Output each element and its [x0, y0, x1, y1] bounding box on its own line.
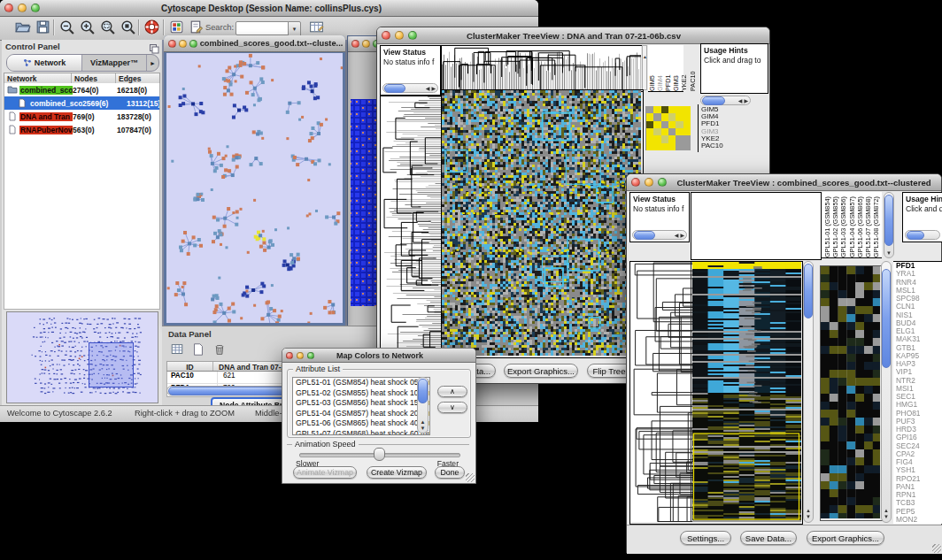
- zoom-selected-button[interactable]: [99, 19, 116, 35]
- treeview2-gene-labels[interactable]: PFD1YRA1RNR4MSL1SPC98CLN1NIS1BUD4ELG1MAK…: [893, 261, 942, 524]
- open-session-button[interactable]: [14, 19, 31, 35]
- attribute-list-item[interactable]: GPL51-02 (GSM855) heat shock 10 min: [293, 388, 429, 399]
- resize-grip[interactable]: [932, 544, 941, 553]
- treeview1-column-labels[interactable]: GIM5GIM4PFD1GIM3YKE2PAC10: [648, 45, 683, 92]
- network-overview-panel[interactable]: [6, 311, 158, 403]
- attribute-list-scrollbar[interactable]: ▲ ▼: [417, 377, 429, 433]
- dialog-titlebar[interactable]: Map Colors to Network: [282, 349, 475, 363]
- zoom-fit-button[interactable]: [120, 19, 136, 35]
- close-icon[interactable]: [382, 31, 390, 40]
- scroll-down-icon[interactable]: ▼: [421, 426, 426, 431]
- scroll-left-icon[interactable]: ◀: [738, 98, 743, 104]
- view-status-scrollbar[interactable]: ◀ ▶: [382, 83, 438, 93]
- usage-hints-scrollbar[interactable]: [905, 230, 940, 240]
- network-window-1[interactable]: combined_scores_good.txt--cluste...: [164, 35, 345, 326]
- scroll-down-icon[interactable]: ▼: [806, 514, 811, 519]
- scroll-left-icon[interactable]: ◀: [675, 233, 679, 238]
- treeview2-column-labels[interactable]: GPL51-01 (GSM854)GPL51-02 (GSM855)GPL51-…: [822, 192, 882, 258]
- search-input[interactable]: [236, 21, 289, 35]
- scroll-right-icon[interactable]: ▶: [431, 86, 436, 91]
- zoom-window-icon[interactable]: [31, 4, 40, 12]
- network-row[interactable]: RNAPuberNov2+ 563(0) 107847(0): [4, 123, 159, 136]
- export-graphics-button[interactable]: Export Graphics...: [504, 364, 578, 378]
- network-view-canvas[interactable]: [166, 53, 343, 323]
- zoom-in-button[interactable]: [79, 19, 96, 35]
- attribute-listbox[interactable]: GPL51-01 (GSM854) heat shock 05 minGPL51…: [292, 377, 430, 435]
- scroll-left-icon[interactable]: ◀: [426, 86, 430, 91]
- close-icon[interactable]: [351, 40, 359, 48]
- close-icon[interactable]: [631, 178, 640, 187]
- scroll-down-icon[interactable]: ▼: [886, 250, 892, 256]
- scroll-up-icon[interactable]: ▲: [421, 419, 426, 425]
- treeview2-column-dendrogram[interactable]: [691, 192, 822, 260]
- help-lifering-icon[interactable]: [143, 19, 160, 35]
- minimize-icon[interactable]: [645, 178, 653, 187]
- column-labels-vscrollbar[interactable]: ▼: [884, 192, 894, 258]
- export-graphics-button[interactable]: Export Graphics...: [807, 531, 884, 545]
- dense-network-view-canvas[interactable]: [351, 99, 377, 306]
- done-button[interactable]: Done: [435, 466, 465, 479]
- network-row[interactable]: combined_scores 2764(0) 16218(0): [4, 83, 159, 96]
- attribute-list-item[interactable]: GPL51-06 (GSM865) heat shock 40 min: [293, 418, 429, 429]
- network-row[interactable]: DNA and Tran 07 769(0) 183728(0): [4, 110, 159, 123]
- annotation-toolbar-icon[interactable]: [188, 19, 205, 35]
- heatmap-vscrollbar[interactable]: ▲ ▼: [803, 261, 814, 523]
- network-row[interactable]: combined_sco 2569(6) 13112(15): [4, 96, 159, 110]
- save-data-button[interactable]: Save Data...: [740, 531, 797, 545]
- main-titlebar[interactable]: Cytoscape Desktop (Session Name: collins…: [0, 0, 538, 17]
- create-vizmap-button[interactable]: Create Vizmap: [367, 466, 427, 479]
- treeview1-column-dendrogram[interactable]: [441, 45, 644, 92]
- treeview2-heatmap[interactable]: [692, 261, 803, 525]
- attribute-list-item[interactable]: GPL51-04 (GSM857) heat shock 20 min: [293, 409, 429, 419]
- view-status-scrollbar[interactable]: ◀ ▶: [632, 230, 687, 240]
- close-icon[interactable]: [4, 4, 13, 12]
- zoom-heatmap-vscrollbar[interactable]: ▲ ▼: [881, 261, 892, 523]
- zoom-window-icon[interactable]: [189, 40, 197, 48]
- attribute-list-item[interactable]: GPL51-01 (GSM854) heat shock 05 min: [293, 378, 429, 388]
- table-grid-icon[interactable]: [170, 342, 184, 357]
- zoom-window-icon[interactable]: [307, 352, 314, 359]
- minimize-icon[interactable]: [362, 40, 370, 48]
- close-icon[interactable]: [286, 352, 293, 359]
- minimize-icon[interactable]: [18, 4, 27, 12]
- zoom-window-icon[interactable]: [658, 178, 667, 187]
- tab-network[interactable]: Network: [7, 55, 82, 71]
- speed-slider-thumb[interactable]: [374, 448, 385, 461]
- move-down-button[interactable]: ∨: [437, 402, 467, 413]
- scroll-right-icon[interactable]: ▶: [744, 98, 748, 104]
- minimize-icon[interactable]: [297, 352, 304, 359]
- move-up-button[interactable]: ∧: [437, 386, 467, 397]
- tab-overflow-arrow[interactable]: ►: [147, 55, 158, 71]
- animate-vizmap-button[interactable]: Animate Vizmap: [293, 466, 357, 479]
- close-icon[interactable]: [168, 40, 176, 48]
- vizmapper-toolbar-icon[interactable]: [168, 19, 185, 35]
- settings-button[interactable]: Settings...: [680, 531, 731, 545]
- attribute-list-item[interactable]: GPL51-07 (GSM868) heat shock 60 min: [293, 429, 429, 436]
- delete-attribute-trash-icon[interactable]: [212, 342, 227, 357]
- attribute-list-item[interactable]: GPL51-03 (GSM856) heat shock 15 min: [293, 398, 429, 409]
- treeview2-titlebar[interactable]: ClusterMaker TreeView : combined_scores_…: [627, 174, 941, 191]
- dendrogram-vscrollbar[interactable]: ▲: [642, 45, 647, 90]
- overview-canvas[interactable]: [7, 312, 158, 403]
- save-session-button[interactable]: [35, 19, 51, 35]
- zoom-out-button[interactable]: [58, 19, 75, 35]
- attribute-browser-toolbar-icon[interactable]: [308, 19, 325, 35]
- minimize-icon[interactable]: [179, 40, 187, 48]
- scroll-up-icon[interactable]: ▲: [884, 508, 889, 513]
- float-panel-icon[interactable]: [149, 42, 159, 52]
- treeview1-zoom-matrix[interactable]: [645, 106, 691, 150]
- treeview2-zoom-heatmap[interactable]: [820, 265, 883, 521]
- gene-label[interactable]: MON2: [893, 516, 942, 524]
- scroll-down-icon[interactable]: ▼: [884, 514, 889, 519]
- scroll-up-icon[interactable]: ▲: [806, 508, 811, 513]
- treeview1-titlebar[interactable]: ClusterMaker TreeView : DNA and Tran 07-…: [377, 27, 769, 44]
- new-attribute-icon[interactable]: [191, 342, 205, 357]
- zoom-window-icon[interactable]: [408, 31, 417, 40]
- minimize-icon[interactable]: [395, 31, 404, 40]
- treeview2-row-dendrogram[interactable]: [629, 261, 693, 525]
- resize-grip[interactable]: [466, 473, 475, 482]
- treeview1-heatmap[interactable]: [441, 89, 644, 358]
- tab-vizmapper[interactable]: VizMapper™: [82, 55, 147, 71]
- treeview1-label-hscrollbar[interactable]: ◀ ▶: [700, 96, 751, 105]
- scroll-right-icon[interactable]: ▶: [680, 233, 684, 238]
